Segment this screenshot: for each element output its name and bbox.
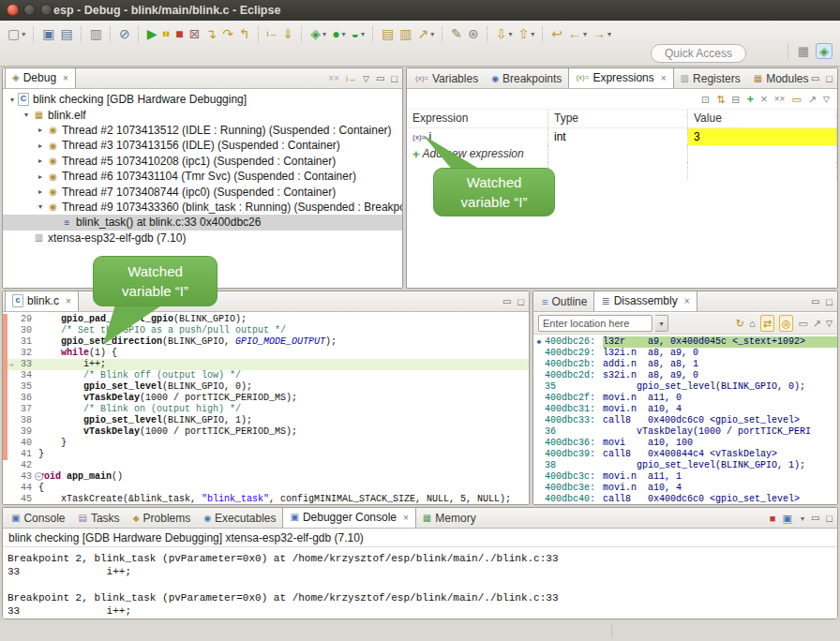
print-icon[interactable]: ▥ (90, 24, 102, 43)
code-editor[interactable]: 29 gpio_pad_select_gpio(BLINK_GPIO);30 /… (3, 312, 529, 504)
display-selected-console-dropdown-icon[interactable]: ▾ (801, 514, 804, 523)
view-menu-icon[interactable]: ▽ (363, 71, 369, 86)
debug-dropdown-icon[interactable]: ▾ (322, 30, 326, 38)
debug-tree-item[interactable]: ▾Cblink checking [GDB Hardware Debugging… (3, 92, 402, 107)
new-view-icon[interactable]: ▭ (791, 92, 801, 107)
track-location-icon[interactable]: ◎ (779, 315, 794, 332)
next-annotation-icon[interactable]: ⇩ (496, 24, 507, 43)
back-dropdown-icon[interactable]: ▾ (583, 30, 587, 38)
sync-selection-icon[interactable]: ⇄ (760, 315, 774, 332)
tab-debugger-console[interactable]: ▣Debugger Console× (282, 507, 415, 528)
window-maximize-button[interactable] (40, 4, 52, 16)
previous-annotation-dropdown-icon[interactable]: ▾ (531, 30, 534, 38)
tab-tasks[interactable]: ▤Tasks (71, 508, 126, 528)
column-value[interactable]: Value (688, 110, 837, 127)
debug-tree-item[interactable]: ▾◉Thread #9 1073433360 (blink_task : Run… (3, 200, 402, 215)
tab-expressions[interactable]: (x)=Expressions× (568, 67, 673, 88)
debug-tree-item[interactable]: ▸◉Thread #5 1073410208 (ipc1) (Suspended… (3, 154, 402, 169)
show-logical-structure-icon[interactable]: ⇅ (716, 92, 725, 107)
tree-expander-icon[interactable]: ▾ (21, 111, 32, 119)
forward-dropdown-icon[interactable]: ▾ (608, 30, 611, 38)
console-output[interactable]: Breakpoint 2, blink_task (pvParameter=0x… (3, 548, 837, 619)
tree-expander-icon[interactable]: ▸ (35, 157, 46, 165)
last-edit-location-icon[interactable]: ↩ (551, 24, 562, 43)
tab-problems[interactable]: ◆Problems (127, 508, 198, 528)
location-input[interactable]: Enter location here (538, 315, 652, 332)
debug-tree-item[interactable]: ≡blink_task() at blink.c:33 0x400dbc26 (3, 215, 402, 230)
home-icon[interactable]: ⌂ (749, 316, 756, 331)
close-tab-icon[interactable]: × (661, 73, 667, 83)
column-type[interactable]: Type (548, 110, 688, 127)
mark-occurrences-icon[interactable]: ✎ (451, 24, 462, 43)
suspend-icon[interactable]: ▮▮ (162, 24, 170, 43)
tab-blink-c[interactable]: cblink.c× (5, 291, 79, 311)
close-tab-icon[interactable]: × (403, 513, 409, 523)
previous-annotation-icon[interactable]: ⇧ (518, 24, 530, 43)
refresh-icon[interactable]: ↻ (736, 316, 744, 331)
step-into-icon[interactable]: ↴ (205, 24, 217, 43)
drop-to-frame-icon[interactable]: ⇓ (283, 24, 294, 43)
tree-expander-icon[interactable]: ▸ (35, 126, 46, 134)
open-perspective-icon[interactable]: ▦ (798, 44, 809, 58)
next-annotation-dropdown-icon[interactable]: ▾ (509, 30, 513, 38)
maximize-icon[interactable]: □ (391, 71, 398, 86)
back-icon[interactable]: ← (568, 24, 581, 43)
save-all-icon[interactable]: ▤ (60, 24, 72, 43)
tab-memory[interactable]: ▦Memory (416, 508, 483, 528)
debug-tree-item[interactable]: ▾▦blink.elf (3, 107, 402, 122)
tab-registers[interactable]: ▥Registers (674, 68, 747, 88)
add-expression-icon[interactable]: + (747, 92, 755, 107)
new-wizard-dropdown-icon[interactable]: ▾ (22, 30, 25, 38)
debug-tree-item[interactable]: ▸◉Thread #3 1073413156 (IDLE) (Suspended… (3, 138, 402, 153)
debug-perspective-icon[interactable]: ◈ (816, 43, 832, 59)
instruction-stepping-mode-icon[interactable]: i→ (346, 71, 356, 86)
open-resource-icon[interactable]: ▥ (399, 24, 412, 43)
debug-tree-item[interactable]: ▸◉Thread #2 1073413512 (IDLE : Running) … (3, 123, 402, 138)
debug-icon[interactable]: ◈ (310, 24, 321, 43)
save-icon[interactable]: ▣ (42, 24, 54, 43)
step-over-icon[interactable]: ↷ (222, 24, 233, 43)
maximize-icon[interactable]: □ (826, 71, 832, 86)
tab-outline[interactable]: ≡Outline (535, 291, 593, 311)
quick-access-button[interactable]: Quick Access (651, 44, 746, 63)
run-icon[interactable]: ● (332, 24, 339, 43)
minimize-icon[interactable]: ▭ (502, 294, 511, 309)
location-dropdown-icon[interactable]: ▾ (655, 315, 668, 332)
terminate-icon[interactable]: ■ (175, 24, 183, 43)
launch-dropdown-icon[interactable]: ▾ (430, 30, 434, 38)
step-return-icon[interactable]: ↰ (239, 24, 250, 43)
expression-row[interactable]: (x)= i int 3 (407, 128, 837, 145)
maximize-icon[interactable]: □ (826, 294, 832, 309)
minimize-icon[interactable]: ▭ (811, 294, 819, 309)
open-element-icon[interactable]: ▤ (382, 24, 394, 43)
fold-marker-icon[interactable]: − (35, 472, 43, 481)
maximize-icon[interactable]: □ (518, 294, 524, 309)
remove-all-expressions-icon[interactable]: ×× (774, 92, 786, 107)
view-menu-icon[interactable]: ▽ (826, 316, 832, 331)
minimize-icon[interactable]: ▭ (811, 71, 819, 86)
external-tools-icon[interactable]: ◒ (352, 24, 359, 43)
collapse-all-icon[interactable]: ⊟ (731, 92, 740, 107)
disconnect-icon[interactable]: ⊠ (189, 24, 201, 43)
tree-expander-icon[interactable]: ▸ (35, 142, 46, 150)
close-tab-icon[interactable]: × (63, 73, 68, 83)
external-tools-dropdown-icon[interactable]: ▾ (361, 30, 365, 38)
tab-modules[interactable]: ▦Modules (747, 68, 816, 88)
close-tab-icon[interactable]: × (66, 296, 71, 306)
new-view-icon[interactable]: ▭ (798, 316, 807, 331)
resume-icon[interactable]: ▶ (147, 24, 158, 43)
run-dropdown-icon[interactable]: ▾ (342, 30, 346, 38)
close-tab-icon[interactable]: × (684, 296, 690, 306)
remove-all-terminated-icon[interactable]: ×× (328, 71, 339, 86)
gears-icon[interactable]: ⊛ (468, 24, 479, 43)
window-minimize-button[interactable] (23, 4, 36, 16)
tree-expander-icon[interactable]: ▸ (35, 172, 46, 181)
tab-debug[interactable]: ◈Debug× (5, 67, 76, 88)
maximize-icon[interactable]: □ (826, 511, 832, 526)
view-menu-icon[interactable]: ▽ (823, 92, 830, 107)
export-expressions-icon[interactable]: ↗ (808, 92, 817, 107)
terminate-console-icon[interactable]: ■ (770, 511, 776, 526)
skip-all-breakpoints-icon[interactable]: ⊘ (119, 24, 130, 43)
tree-expander-icon[interactable]: ▾ (7, 96, 18, 104)
tab-console[interactable]: ▣Console (5, 508, 71, 528)
